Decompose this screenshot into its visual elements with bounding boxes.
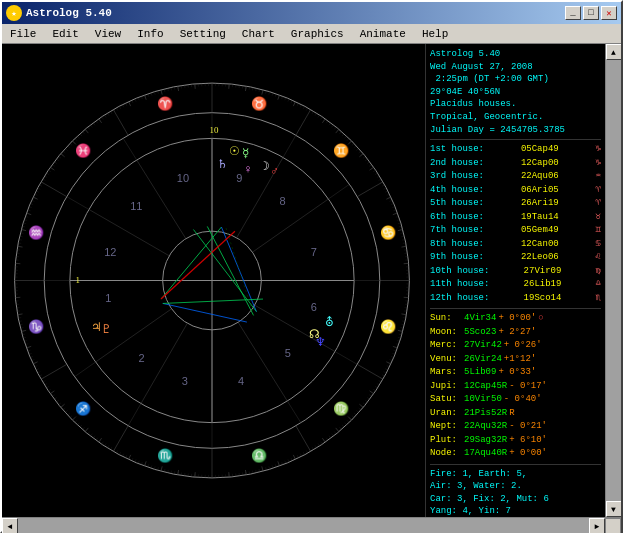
menu-file[interactable]: File <box>2 26 44 42</box>
stats-line-4: Yang: 4, Yin: 7 <box>430 505 601 517</box>
planet-plut-extra: + 6°10' <box>509 434 547 448</box>
planet-plut-name: Plut: <box>430 434 462 448</box>
house-row-6: 6th house: 19Tau14 ♉ <box>430 211 601 225</box>
menu-help[interactable]: Help <box>414 26 456 42</box>
menu-edit[interactable]: Edit <box>44 26 86 42</box>
planet-nept-extra: - 0°21' <box>509 420 547 434</box>
planet-row-satu: Satu: 10Vir50 - 0°40' <box>430 393 601 407</box>
planet-satu-pos: 10Vir50 <box>464 393 502 407</box>
vertical-scrollbar[interactable]: ▲ ▼ <box>605 44 621 517</box>
menu-animate[interactable]: Animate <box>352 26 414 42</box>
title-bar: ★ Astrolog 5.40 _ □ ✕ <box>2 2 621 24</box>
planet-row-moon: Moon: 5Sco23 + 2°27' <box>430 326 601 340</box>
house-2-sign: ♑ <box>596 157 601 171</box>
planet-merc-extra: + 0°26' <box>504 339 542 353</box>
house-10-value: 27Vir09 <box>524 265 562 279</box>
scroll-track-v[interactable] <box>606 60 622 501</box>
house-12-sign: ♏ <box>596 292 601 306</box>
house-row-1: 1st house: 05Cap49 ♑ <box>430 143 601 157</box>
house-5-value: 26Ari19 <box>521 197 559 211</box>
house-12-value: 19Sco14 <box>524 292 562 306</box>
menu-chart[interactable]: Chart <box>234 26 283 42</box>
house-11-label: 11th house: <box>430 278 489 292</box>
house-3-sign: ♒ <box>596 170 601 184</box>
house-row-4: 4th house: 06Ari05 ♈ <box>430 184 601 198</box>
house-3-value: 22Aqu06 <box>521 170 559 184</box>
planet-merc-pos: 27Vir42 <box>464 339 502 353</box>
minimize-button[interactable]: _ <box>565 6 581 20</box>
info-panel: Astrolog 5.40 Wed August 27, 2008 2:25pm… <box>425 44 605 517</box>
house-5-sign: ♈ <box>596 197 601 211</box>
scroll-track-h[interactable] <box>18 518 589 533</box>
planet-uran-extra: R <box>509 407 514 421</box>
close-button[interactable]: ✕ <box>601 6 617 20</box>
title-buttons: _ □ ✕ <box>565 6 617 20</box>
sun-indicator: ○ <box>538 312 543 326</box>
planet-mars-pos: 5Lib09 <box>464 366 496 380</box>
house-row-7: 7th house: 05Gem49 ♊ <box>430 224 601 238</box>
house-row-12: 12th house: 19Sco14 ♏ <box>430 292 601 306</box>
menu-bar: File Edit View Info Setting Chart Graphi… <box>2 24 621 44</box>
menu-info[interactable]: Info <box>129 26 171 42</box>
house-8-label: 8th house: <box>430 238 484 252</box>
planet-sun-pos: 4Vir34 <box>464 312 496 326</box>
planet-merc-name: Merc: <box>430 339 462 353</box>
outer-frame: Astrolog 5.40 Wed August 27, 2008 2:25pm… <box>2 44 621 533</box>
planet-jupi-name: Jupi: <box>430 380 462 394</box>
planet-jupi-extra: - 0°17' <box>509 380 547 394</box>
menu-graphics[interactable]: Graphics <box>283 26 352 42</box>
house-row-2: 2nd house: 12Cap00 ♑ <box>430 157 601 171</box>
scroll-right-button[interactable]: ► <box>589 518 605 533</box>
houses-list: 1st house: 05Cap49 ♑ 2nd house: 12Cap00 … <box>430 143 601 305</box>
house-9-label: 9th house: <box>430 251 484 265</box>
planet-row-nept: Nept: 22Aqu32R - 0°21' <box>430 420 601 434</box>
planets-list: Sun: 4Vir34 + 0°00' ○ Moon: 5Sco23 + 2°2… <box>430 312 601 461</box>
planet-row-mars: Mars: 5Lib09 + 0°33' <box>430 366 601 380</box>
house-row-10: 10th house: 27Vir09 ♍ <box>430 265 601 279</box>
planet-venu-pos: 26Vir24 <box>464 353 502 367</box>
planet-mars-name: Mars: <box>430 366 462 380</box>
house-8-value: 12Can00 <box>521 238 559 252</box>
stats-line-2: Air: 3, Water: 2. <box>430 480 601 493</box>
planet-satu-name: Satu: <box>430 393 462 407</box>
planet-nept-pos: 22Aqu32R <box>464 420 507 434</box>
stats-line-1: Fire: 1, Earth: 5, <box>430 468 601 481</box>
house-4-label: 4th house: <box>430 184 484 198</box>
house-1-sign: ♑ <box>596 143 601 157</box>
planet-uran-pos: 21Pis52R <box>464 407 507 421</box>
house-4-value: 06Ari05 <box>521 184 559 198</box>
planet-jupi-pos: 12Cap45R <box>464 380 507 394</box>
app-icon: ★ <box>6 5 22 21</box>
header-line-5: Placidus houses. <box>430 98 601 111</box>
house-3-label: 3rd house: <box>430 170 484 184</box>
scroll-left-button[interactable]: ◄ <box>2 518 18 533</box>
planet-sun-extra: + 0°00' <box>498 312 536 326</box>
scroll-down-button[interactable]: ▼ <box>606 501 622 517</box>
planet-venu-name: Venu: <box>430 353 462 367</box>
planet-row-node: Node: 17Aqu40R + 0°00' <box>430 447 601 461</box>
planet-nept-name: Nept: <box>430 420 462 434</box>
house-7-value: 05Gem49 <box>521 224 559 238</box>
house-11-sign: ♎ <box>596 278 601 292</box>
menu-view[interactable]: View <box>87 26 129 42</box>
stats-line-3: Car: 3, Fix: 2, Mut: 6 <box>430 493 601 506</box>
house-1-label: 1st house: <box>430 143 484 157</box>
planet-moon-extra: + 2°27' <box>498 326 536 340</box>
maximize-button[interactable]: □ <box>583 6 599 20</box>
planet-moon-pos: 5Sco23 <box>464 326 496 340</box>
planet-row-merc: Merc: 27Vir42 + 0°26' <box>430 339 601 353</box>
main-row: Astrolog 5.40 Wed August 27, 2008 2:25pm… <box>2 44 621 517</box>
house-7-sign: ♊ <box>596 224 601 238</box>
house-row-9: 9th house: 22Leo06 ♌ <box>430 251 601 265</box>
header-line-7: Julian Day = 2454705.3785 <box>430 124 601 137</box>
house-row-3: 3rd house: 22Aqu06 ♒ <box>430 170 601 184</box>
house-9-sign: ♌ <box>596 251 601 265</box>
planet-uran-name: Uran: <box>430 407 462 421</box>
main-window: ★ Astrolog 5.40 _ □ ✕ File Edit View Inf… <box>0 0 623 533</box>
scroll-up-button[interactable]: ▲ <box>606 44 622 60</box>
menu-setting[interactable]: Setting <box>172 26 234 42</box>
planet-row-uran: Uran: 21Pis52R R <box>430 407 601 421</box>
planet-node-extra: + 0°00' <box>509 447 547 461</box>
house-1-value: 05Cap49 <box>521 143 559 157</box>
chart-header: Astrolog 5.40 Wed August 27, 2008 2:25pm… <box>430 48 601 136</box>
